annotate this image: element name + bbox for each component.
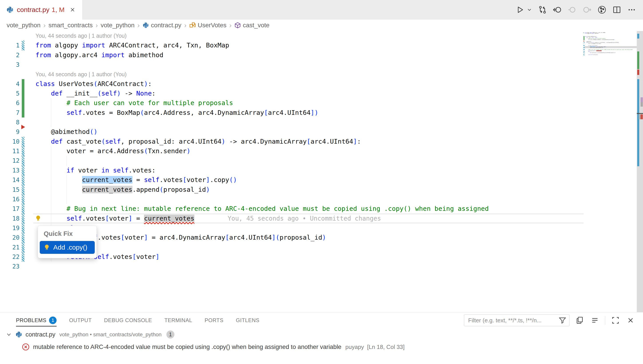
tab-terminal[interactable]: TERMINAL <box>164 312 192 328</box>
lightbulb-icon[interactable] <box>35 215 42 222</box>
code-text[interactable] <box>33 194 583 204</box>
code-line[interactable]: 1from algopy import ARC4Contract, arc4, … <box>0 40 583 50</box>
code-line[interactable]: 7 self.votes = BoxMap(arc4.Address, arc4… <box>0 108 583 118</box>
breadcrumb-item-file[interactable]: contract.py <box>142 22 181 29</box>
code-text[interactable] <box>33 262 583 271</box>
tab-output[interactable]: OUTPUT <box>69 312 92 328</box>
line-number[interactable]: 14 <box>12 175 20 185</box>
gutter[interactable]: 4 <box>0 79 33 89</box>
tab-gitlens[interactable]: GITLENS <box>236 312 259 328</box>
code-text[interactable]: current_votes = self.votes[voter].copy() <box>33 175 583 185</box>
code-line[interactable]: 23 <box>0 262 583 271</box>
gutter[interactable]: 22 <box>0 252 33 262</box>
gutter[interactable]: 16 <box>0 194 33 204</box>
tab-debug-console[interactable]: DEBUG CONSOLE <box>104 312 152 328</box>
line-number[interactable]: 2 <box>16 50 20 60</box>
chevron-down-icon[interactable] <box>6 332 12 338</box>
line-number[interactable]: 4 <box>16 79 20 89</box>
line-number[interactable]: 3 <box>16 60 20 70</box>
code-line[interactable]: 17 # Bug in next line: mutable reference… <box>0 204 583 214</box>
line-number[interactable]: 10 <box>12 137 20 146</box>
code-text[interactable]: voter = arc4.Address(Txn.sender) <box>33 146 583 156</box>
code-line[interactable]: 4class UserVotes(ARC4Contract): <box>0 79 583 89</box>
code-text[interactable]: from algopy.arc4 import abimethod <box>33 50 583 60</box>
code-line[interactable]: 2from algopy.arc4 import abimethod <box>0 50 583 60</box>
gutter[interactable]: 12 <box>0 156 33 165</box>
editor-tab-contract-py[interactable]: contract.py 1, M <box>0 0 83 20</box>
run-button[interactable] <box>515 5 524 14</box>
maximize-panel-icon[interactable] <box>611 316 620 325</box>
code-line[interactable]: 16 <box>0 194 583 204</box>
code-line[interactable]: 5 def __init__(self) -> None: <box>0 89 583 98</box>
code-line[interactable]: 11 voter = arc4.Address(Txn.sender) <box>0 146 583 156</box>
gutter[interactable]: 10 <box>0 137 33 146</box>
line-number[interactable]: 6 <box>16 98 20 108</box>
code-text[interactable] <box>33 60 583 70</box>
breadcrumb-item-class[interactable]: UserVotes <box>189 22 226 29</box>
gutter[interactable]: 18 <box>0 214 33 223</box>
gutter[interactable]: 5 <box>0 89 33 98</box>
line-number[interactable]: 15 <box>12 185 20 194</box>
gutter[interactable]: 6 <box>0 98 33 108</box>
line-number[interactable]: 8 <box>16 118 20 127</box>
line-number[interactable]: 5 <box>16 89 20 98</box>
problem-row[interactable]: mutable reference to ARC-4-encoded value… <box>0 341 643 353</box>
split-editor-icon[interactable] <box>612 5 621 14</box>
code-text[interactable]: self.votes = BoxMap(arc4.Address, arc4.D… <box>33 108 583 118</box>
view-as-list-icon[interactable] <box>590 316 600 325</box>
code-text[interactable] <box>33 156 583 165</box>
gutter[interactable]: 21 <box>0 242 33 252</box>
copy-icon[interactable] <box>575 316 585 325</box>
line-number[interactable]: 12 <box>12 156 20 165</box>
gutter[interactable]: 11 <box>0 146 33 156</box>
gutter[interactable]: 7 <box>0 108 33 118</box>
overview-ruler-scrollbar[interactable] <box>637 31 643 312</box>
quick-fix-add-copy-action[interactable]: Add .copy() <box>40 241 95 254</box>
line-number[interactable]: 20 <box>12 233 20 242</box>
gutter[interactable]: 2 <box>0 50 33 60</box>
gutter[interactable]: 17 <box>0 204 33 214</box>
code-text[interactable]: from algopy import ARC4Contract, arc4, T… <box>33 40 583 50</box>
code-text[interactable]: # Each user can vote for multiple propos… <box>33 98 583 108</box>
problems-filter-input[interactable] <box>464 314 569 326</box>
line-number[interactable]: 16 <box>12 194 20 204</box>
code-text[interactable]: @abimethod() <box>33 127 583 136</box>
more-actions-icon[interactable] <box>627 5 636 14</box>
code-text[interactable]: # Bug in next line: mutable reference to… <box>33 204 583 214</box>
code-text[interactable]: if voter in self.votes: <box>33 166 583 175</box>
code-text[interactable]: self.votes[voter] = current_votesYou, 45… <box>33 214 583 223</box>
code-text[interactable] <box>33 118 583 127</box>
line-number[interactable]: 7 <box>16 108 20 118</box>
close-panel-icon[interactable] <box>626 316 635 325</box>
code-text[interactable] <box>33 242 583 252</box>
gutter[interactable]: 13 <box>0 166 33 175</box>
gutter[interactable]: 15 <box>0 185 33 194</box>
breadcrumb-item[interactable]: smart_contracts <box>49 22 93 29</box>
line-number[interactable]: 21 <box>12 242 20 252</box>
git-compare-icon[interactable] <box>538 5 547 14</box>
close-tab-icon[interactable] <box>70 7 76 13</box>
line-number[interactable]: 17 <box>12 204 20 214</box>
code-line[interactable]: 12 <box>0 156 583 165</box>
line-number[interactable]: 13 <box>12 166 20 175</box>
code-text[interactable]: current_votes.append(proposal_id) <box>33 185 583 194</box>
gutter[interactable]: 9 <box>0 127 33 136</box>
line-number[interactable]: 19 <box>12 223 20 233</box>
code-line[interactable]: 8 <box>0 118 583 127</box>
code-text[interactable]: else: <box>33 223 583 233</box>
line-number[interactable]: 9 <box>16 127 20 136</box>
run-dropdown-chevron-icon[interactable] <box>526 5 532 14</box>
code-line[interactable]: 3 <box>0 60 583 70</box>
gutter[interactable]: 14 <box>0 175 33 185</box>
next-checkpoint-icon[interactable] <box>582 5 592 14</box>
filter-icon[interactable] <box>558 316 566 324</box>
gutter[interactable]: 8 <box>0 118 33 127</box>
code-text[interactable]: return self.votes[voter] <box>33 252 583 262</box>
go-back-icon[interactable] <box>553 5 562 14</box>
gutter[interactable]: 23 <box>0 262 33 271</box>
code-line[interactable]: 14 current_votes = self.votes[voter].cop… <box>0 175 583 185</box>
commit-graph-icon[interactable] <box>597 5 607 14</box>
code-line[interactable]: 6 # Each user can vote for multiple prop… <box>0 98 583 108</box>
line-number[interactable]: 1 <box>16 40 20 50</box>
breadcrumb-item[interactable]: vote_python <box>7 22 41 29</box>
